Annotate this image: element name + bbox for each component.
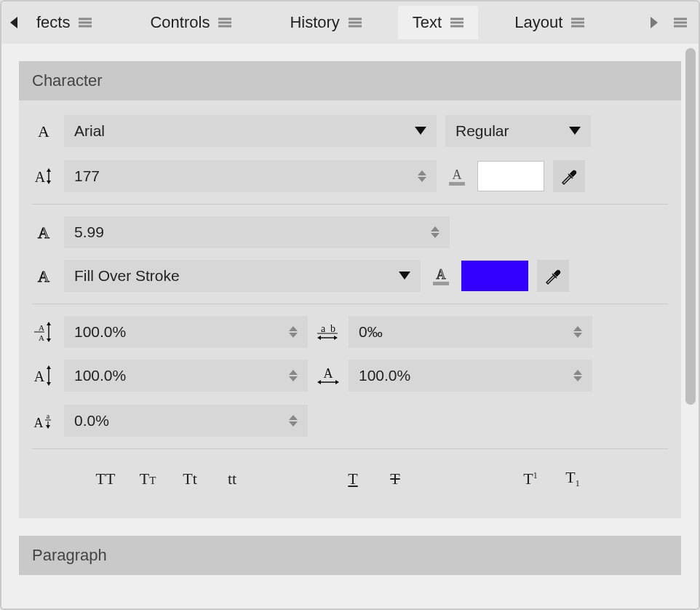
svg-marker-60 (46, 425, 50, 429)
svg-text:A: A (38, 223, 49, 241)
svg-text:A: A (39, 323, 44, 332)
line-height-input[interactable]: 100.0% (64, 316, 308, 348)
panel-paragraph: Paragraph (19, 536, 681, 575)
dropdown-icon (569, 127, 581, 135)
spinner (573, 370, 582, 381)
font-size-icon: A (32, 167, 55, 185)
tab-menu-icon[interactable] (450, 17, 464, 28)
svg-text:a: a (47, 412, 50, 420)
tab-effects[interactable]: fects (22, 6, 106, 39)
svg-marker-51 (47, 382, 51, 386)
panel-header-paragraph[interactable]: Paragraph (19, 536, 681, 575)
step-down[interactable] (431, 233, 440, 238)
svg-marker-21 (415, 127, 426, 135)
baseline-shift-input[interactable]: 0.0% (64, 405, 308, 437)
step-down[interactable] (573, 376, 582, 381)
strikethrough-button[interactable]: T (384, 470, 406, 488)
subscript-button[interactable]: T1 (562, 468, 584, 489)
svg-text:A: A (38, 122, 49, 140)
horizontal-scale-input[interactable]: 100.0% (349, 360, 592, 392)
stroke-width-input[interactable]: 5.99 (64, 216, 450, 248)
font-size-input[interactable]: 177 (64, 160, 437, 192)
fill-stroke-order-value: Fill Over Stroke (74, 267, 180, 285)
eyedropper-button[interactable] (537, 260, 569, 292)
step-up[interactable] (573, 370, 582, 375)
tab-label: Text (413, 13, 442, 32)
tab-menu-icon[interactable] (349, 17, 362, 28)
horizontal-scale-icon: A (317, 366, 340, 385)
horizontal-scale-value: 100.0% (359, 367, 410, 384)
dropdown-icon (415, 127, 426, 135)
panel-character: Character A Arial Regular (19, 61, 681, 518)
vertical-scale-value: 100.0% (74, 367, 126, 384)
stroke-order-icon: A (32, 267, 55, 285)
line-height-value: 100.0% (74, 323, 126, 341)
underline-button[interactable]: T (342, 470, 364, 488)
step-up[interactable] (289, 370, 298, 375)
baseline-shift-icon: Aa (32, 411, 55, 430)
svg-marker-32 (399, 272, 410, 280)
panel-settings-icon[interactable] (674, 17, 687, 28)
font-family-select[interactable]: Arial (64, 115, 437, 147)
svg-marker-0 (10, 17, 17, 28)
step-down[interactable] (289, 333, 298, 338)
fill-color-swatch[interactable] (477, 161, 544, 191)
tab-menu-icon[interactable] (218, 17, 231, 28)
tab-menu-icon[interactable] (571, 17, 584, 28)
superscript-button[interactable]: T1 (520, 470, 541, 488)
tab-label: Layout (514, 13, 562, 32)
step-down[interactable] (418, 177, 426, 182)
svg-marker-25 (47, 168, 51, 172)
smallcaps-button[interactable]: TT (137, 470, 159, 488)
vertical-scale-input[interactable]: 100.0% (64, 360, 308, 392)
lowercase-button[interactable]: tt (221, 470, 243, 488)
step-up[interactable] (431, 226, 440, 231)
svg-text:A: A (38, 267, 49, 285)
scrollbar-thumb[interactable] (685, 48, 696, 405)
tab-controls[interactable]: Controls (135, 6, 246, 39)
font-style-select[interactable]: Regular (445, 115, 591, 147)
stroke-color-icon: A (429, 266, 453, 286)
svg-text:b: b (330, 323, 335, 334)
fill-stroke-order-select[interactable]: Fill Over Stroke (64, 260, 421, 292)
svg-marker-46 (317, 336, 321, 340)
svg-rect-34 (433, 282, 449, 285)
spinner (418, 170, 426, 182)
step-down[interactable] (289, 376, 298, 381)
svg-text:A: A (324, 366, 333, 381)
svg-marker-54 (317, 380, 321, 384)
tab-menu-icon[interactable] (79, 17, 92, 28)
step-up[interactable] (289, 415, 298, 420)
uppercase-button[interactable]: TT (95, 470, 116, 488)
svg-text:A: A (453, 167, 462, 182)
svg-rect-28 (449, 182, 465, 186)
tab-history[interactable]: History (275, 6, 375, 39)
tab-label: History (290, 13, 339, 32)
step-up[interactable] (573, 326, 582, 331)
tab-scroll-left[interactable] (7, 15, 22, 30)
font-family-value: Arial (74, 122, 105, 140)
svg-marker-55 (335, 380, 339, 384)
tab-label: fects (36, 13, 70, 32)
step-down[interactable] (289, 421, 298, 427)
step-up[interactable] (418, 170, 426, 175)
tab-layout[interactable]: Layout (500, 6, 599, 39)
eyedropper-button[interactable] (553, 160, 585, 192)
tab-scroll-right[interactable] (646, 15, 661, 30)
letter-spacing-input[interactable]: 0‰ (349, 316, 592, 348)
tab-bar: fects Controls History Text Layout (1, 1, 699, 44)
panel-header-character[interactable]: Character (19, 61, 681, 100)
scrollbar[interactable] (685, 48, 696, 456)
svg-marker-22 (569, 127, 581, 135)
tab-text[interactable]: Text (398, 6, 478, 39)
step-up[interactable] (289, 326, 298, 331)
stroke-width-icon: A (32, 223, 55, 241)
spinner (431, 226, 440, 238)
spinner (289, 370, 298, 381)
baseline-shift-value: 0.0% (74, 412, 109, 429)
stroke-color-swatch[interactable] (461, 261, 528, 291)
svg-marker-40 (47, 322, 51, 325)
titlecase-button[interactable]: Tt (179, 470, 201, 488)
step-down[interactable] (573, 333, 582, 338)
dropdown-icon (399, 272, 410, 280)
